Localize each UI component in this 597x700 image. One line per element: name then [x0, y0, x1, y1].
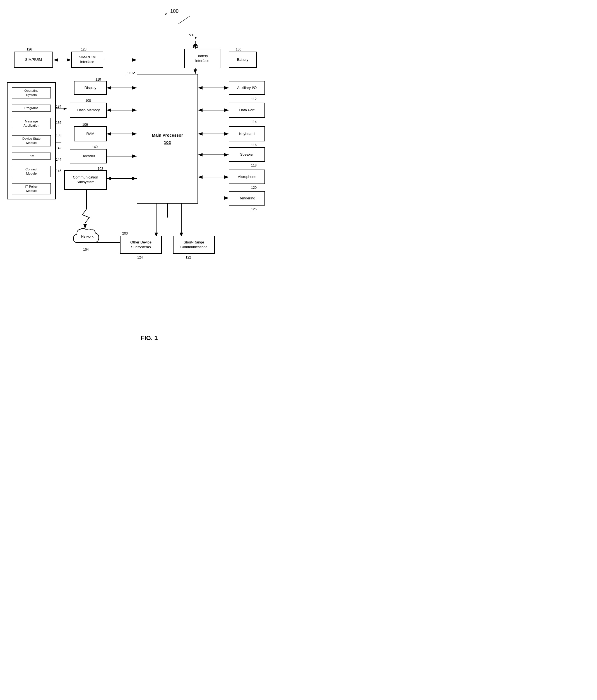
- label-138: 138: [56, 133, 61, 137]
- label-120: 120: [251, 186, 257, 190]
- auxiliary-io-box: Auxiliary I/O: [229, 81, 265, 95]
- vplus-label: V+: [189, 33, 194, 37]
- label-130: 130: [236, 47, 241, 51]
- label-125: 125: [251, 207, 257, 211]
- decoder-box: Decoder: [70, 149, 107, 164]
- microphone-box: Microphone: [229, 170, 265, 184]
- svg-text:Network: Network: [81, 234, 94, 239]
- arrow-100: ↙: [165, 11, 168, 16]
- battery-interface-box: BatteryInterface: [184, 49, 220, 68]
- label-104: 104: [83, 248, 89, 252]
- vplus-arrow: ▼: [194, 36, 197, 40]
- label-200: 200: [122, 231, 128, 235]
- label-108: 108: [85, 99, 91, 103]
- svg-line-4: [178, 16, 190, 24]
- label-134: 134: [56, 105, 61, 108]
- other-device-box: Other DeviceSubsystems: [120, 236, 162, 254]
- label-132: 132: [193, 45, 198, 49]
- data-port-box: Data Port: [229, 103, 265, 118]
- label-114: 114: [251, 120, 257, 124]
- label-140: 140: [92, 145, 98, 149]
- label-144: 144: [56, 157, 61, 161]
- label-103: 103: [98, 167, 103, 171]
- figure-number-100: 100: [170, 8, 178, 14]
- main-processor-box: Main Processor 102: [137, 74, 198, 204]
- sim-ruim-box: SIM/RUIM: [14, 52, 53, 68]
- flash-memory-box: Flash Memory: [70, 103, 107, 118]
- label-128: 128: [81, 47, 86, 51]
- short-range-box: Short-RangeCommunications: [173, 236, 215, 254]
- label-110: 110: [95, 77, 101, 81]
- display-box: Display: [74, 81, 107, 95]
- label-122: 122: [185, 255, 191, 259]
- label-142: 142: [56, 146, 61, 150]
- ram-box: RAM: [74, 126, 107, 142]
- rendering-box: Rendering: [229, 191, 265, 205]
- label-146: 146: [56, 169, 61, 173]
- speaker-box: Speaker: [229, 147, 265, 162]
- label-116: 116: [251, 143, 257, 147]
- label-110-arrow: 110↗: [127, 71, 135, 75]
- label-118: 118: [251, 164, 257, 167]
- battery-box: Battery: [229, 52, 257, 68]
- label-136: 136: [56, 121, 61, 125]
- network-cloud: Network: [72, 226, 103, 247]
- label-124: 124: [137, 255, 143, 259]
- label-106: 106: [82, 123, 88, 127]
- keyboard-box: Keyboard: [229, 126, 265, 142]
- left-panel-box: OperatingSystem Programs MessageApplicat…: [7, 82, 56, 199]
- comm-subsystem-box: CommunicationSubsystem: [64, 170, 107, 190]
- label-112: 112: [251, 97, 257, 101]
- diagram-container: 100 ↙ V+ ▼ SIM/RUIM 126 SIM/RUIMInterfac…: [0, 0, 299, 350]
- figure-caption: FIG. 1: [141, 334, 158, 342]
- sim-ruim-interface-box: SIM/RUIMInterface: [71, 52, 103, 68]
- label-126: 126: [26, 47, 32, 51]
